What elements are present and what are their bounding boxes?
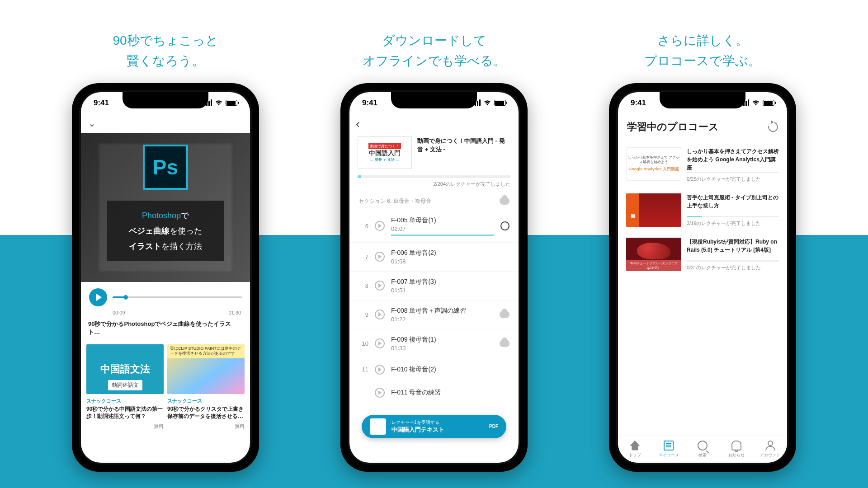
page-title: 学習中のプロコース — [627, 120, 719, 134]
promo-tagline-2: ダウンロードして オフラインでも学べる。 — [363, 31, 506, 71]
home-icon — [630, 441, 640, 450]
promo-column-3: さらに詳しく。 プロコースで学ぶ。 9:41 学習中のプロコース — [609, 0, 796, 488]
course-progress-label: 0/31のレクチャーが完了しました — [687, 264, 779, 271]
notch — [391, 92, 477, 108]
collapse-bar[interactable]: ⌄ — [81, 114, 250, 133]
lecture-title: F-007 単母音(3) — [391, 278, 493, 286]
download-cloud-icon[interactable] — [500, 340, 509, 347]
course-card[interactable]: 実はCLIP STUDIO PAINTには途中のデータを復活させる方法があるので… — [167, 344, 245, 430]
playback-times: 00:09 01:30 — [81, 310, 250, 315]
tab-notifications[interactable]: お知らせ — [719, 436, 753, 463]
resume-lecture-pill[interactable]: レクチャー1を受講する 中国語入門テキスト PDF — [362, 415, 506, 438]
lecture-number: 11 — [359, 366, 368, 373]
tagline-line: プロコースで学ぶ。 — [644, 54, 761, 68]
pdf-thumbnail-icon — [370, 418, 386, 435]
lecture-row[interactable]: 10 F-009 複母音(1)01:33 — [349, 329, 519, 358]
play-icon — [375, 310, 385, 319]
tagline-line: さらに詳しく。 — [657, 33, 748, 47]
related-courses: 中国語文法 動詞述語文 スナックコース 90秒で分かる中国語文法の第一歩！動詞述… — [81, 341, 250, 434]
pro-course-item[interactable]: しっかり基本を押さえて アクセス解析を始めようGoogle Analytics … — [618, 142, 787, 188]
page-header: 学習中のプロコース — [618, 114, 787, 142]
wifi-icon — [752, 100, 760, 106]
course-price: 無料 — [86, 420, 164, 430]
play-button[interactable] — [89, 288, 107, 306]
section-label: セクション 6: 単母音・複母音 — [359, 197, 431, 205]
tagline-line: オフラインでも学べる。 — [363, 54, 506, 68]
course-card[interactable]: 中国語文法 動詞述語文 スナックコース 90秒で分かる中国語文法の第一歩！動詞述… — [86, 344, 164, 430]
lecture-title: F-006 単母音(2) — [391, 249, 493, 257]
battery-icon — [226, 100, 237, 106]
course-progress-label: 0/25のレクチャーが完了しました — [687, 176, 779, 183]
lecture-number: 7 — [359, 253, 368, 260]
notch — [123, 92, 208, 108]
pro-course-item[interactable]: Railsチュートリアル（エンジニアQA対応）【現役Rubyistが質問対応】R… — [618, 232, 787, 277]
tab-search[interactable]: 検索 — [686, 436, 720, 463]
course-progress-label: 2/204のレクチャーが完了しました — [358, 181, 510, 188]
lecture-row[interactable]: 11 F-010 複母音(2) — [349, 358, 519, 381]
book-icon — [664, 441, 674, 450]
lecture-duration: 02:07 — [391, 225, 494, 232]
lecture-row[interactable]: 7 F-006 単母音(2)01:58 — [349, 242, 519, 271]
stage: 90秒でちょこっと 賢くなろう。 9:41 ⌄ Ps Ph — [0, 0, 868, 488]
wifi-icon — [483, 100, 491, 106]
tab-mycourse[interactable]: マイコース — [652, 436, 686, 463]
lecture-duration: 01:51 — [391, 287, 493, 294]
bell-icon — [731, 441, 741, 450]
tagline-line: 90秒でちょこっと — [113, 33, 218, 47]
status-time: 9:41 — [362, 99, 377, 108]
course-header-thumbnail: 動画で身につく！ 中国語入門 ― 発音 ＋ 文法 ― — [358, 136, 412, 169]
play-icon — [375, 338, 385, 348]
course-title: 【現役Rubyistが質問対応】Ruby on Rails (5.0) チュート… — [687, 238, 779, 254]
back-icon[interactable]: ‹ — [356, 117, 360, 131]
lecture-duration: 01:33 — [391, 345, 493, 352]
promo-tagline-1: 90秒でちょこっと 賢くなろう。 — [113, 31, 218, 71]
lecture-row[interactable]: 6 F-005 単母音(1)02:07 — [349, 210, 519, 242]
video-title-overlay: Photoshopで ベジェ曲線を使った イラストを描く方法 — [107, 201, 224, 262]
chevron-down-icon: ⌄ — [88, 118, 96, 129]
refresh-icon[interactable] — [766, 120, 780, 134]
promo-column-2: ダウンロードして オフラインでも学べる。 9:41 ‹ — [340, 0, 528, 488]
lecture-number: 10 — [359, 340, 368, 347]
course-progress — [687, 216, 779, 217]
course-price: 無料 — [167, 420, 245, 430]
phone-frame-2: 9:41 ‹ 動画で身につく！ 中国語入門 ― 発音 ＋ 文法 ― — [340, 83, 528, 472]
promo-tagline-3: さらに詳しく。 プロコースで学ぶ。 — [644, 31, 761, 71]
photoshop-icon: Ps — [143, 145, 188, 190]
lecture-row[interactable]: F-011 母音の練習 — [349, 381, 519, 404]
lecture-duration: 01:58 — [391, 258, 493, 265]
wifi-icon — [215, 100, 223, 106]
course-thumbnail: 克服術 — [626, 193, 681, 227]
tab-top[interactable]: トップ — [618, 436, 652, 463]
course-title: しっかり基本を押さえてアクセス解析を始めよう Google Analytics入… — [687, 147, 779, 172]
user-icon — [765, 441, 775, 450]
course-title: 苦手な上司克服術 - タイプ別上司との上手な接し方 — [687, 193, 779, 210]
download-cloud-icon[interactable] — [500, 311, 509, 318]
resume-title: 中国語入門テキスト — [392, 426, 484, 434]
video-hero[interactable]: Ps Photoshopで ベジェ曲線を使った イラストを描く方法 — [81, 133, 250, 282]
download-ring-icon[interactable] — [500, 221, 509, 230]
lecture-title: F-011 母音の練習 — [391, 389, 493, 397]
course-category: スナックコース — [167, 398, 245, 404]
pro-course-item[interactable]: 克服術苦手な上司克服術 - タイプ別上司との上手な接し方3/19のレクチャーが完… — [618, 188, 787, 232]
tab-bar: トップ マイコース 検索 お知らせ アカウント — [618, 436, 787, 463]
course-thumbnail: しっかり基本を押さえて アクセス解析を始めようGoogle Analytics … — [626, 147, 681, 181]
pdf-badge: PDF — [489, 424, 498, 429]
lecture-duration: 01:22 — [391, 316, 493, 323]
lecture-title: F-005 単母音(1) — [391, 216, 494, 225]
course-category: スナックコース — [86, 398, 164, 404]
course-thumbnail: 中国語文法 動詞述語文 — [86, 344, 164, 394]
phone-frame-3: 9:41 学習中のプロコース しっかり基本を押さえて アクセス解析を始めようGo… — [609, 83, 796, 472]
seek-track[interactable] — [113, 296, 242, 298]
pro-course-list: しっかり基本を押さえて アクセス解析を始めようGoogle Analytics … — [618, 142, 787, 277]
course-progress — [687, 172, 779, 173]
play-icon — [96, 294, 102, 301]
download-section-icon[interactable] — [500, 197, 509, 205]
lecture-title: F-009 複母音(1) — [391, 336, 493, 344]
lecture-row[interactable]: 9 F-008 単母音＋声調の練習01:22 — [349, 300, 519, 329]
lecture-row[interactable]: 8 F-007 単母音(3)01:51 — [349, 271, 519, 300]
promo-column-1: 90秒でちょこっと 賢くなろう。 9:41 ⌄ Ps Ph — [72, 0, 259, 488]
phone-frame-1: 9:41 ⌄ Ps Photoshopで ベジェ曲線を使った イラストを描く方法 — [72, 83, 259, 472]
audio-player — [81, 282, 250, 310]
status-time: 9:41 — [94, 99, 109, 108]
tab-account[interactable]: アカウント — [753, 436, 787, 463]
